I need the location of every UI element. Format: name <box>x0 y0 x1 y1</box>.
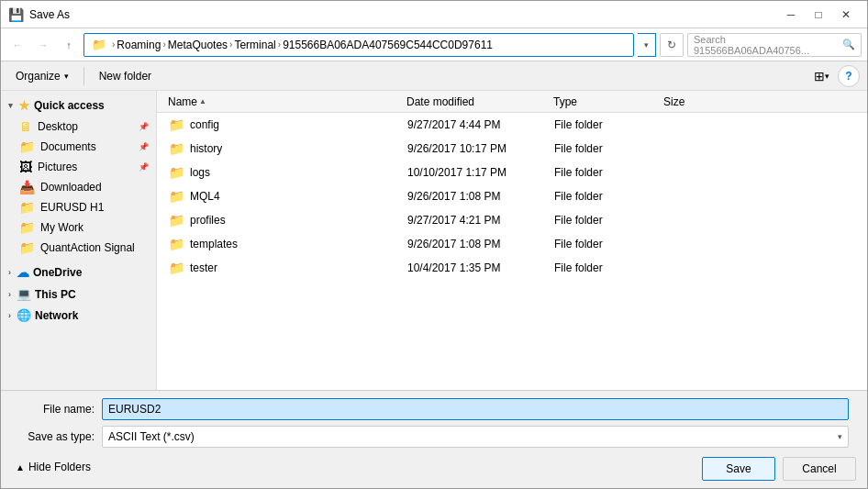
header-size-label: Size <box>663 95 684 108</box>
folder-icon: 📁 <box>169 189 184 204</box>
sidebar-item-desktop-label: Desktop <box>38 120 78 133</box>
file-type-cell: File folder <box>554 238 664 250</box>
table-row[interactable]: 📁 history 9/26/2017 10:17 PM File folder <box>157 137 867 161</box>
header-type-label: Type <box>553 95 577 108</box>
file-date-cell: 9/27/2017 4:44 PM <box>407 118 554 131</box>
close-button[interactable]: ✕ <box>832 6 860 24</box>
header-type[interactable]: Type <box>550 95 660 108</box>
search-icon: 🔍 <box>842 39 855 50</box>
sidebar-item-eurusd-label: EURUSD H1 <box>40 201 104 214</box>
address-bar[interactable]: 📁 › Roaming › MetaQuotes › Terminal › 91… <box>83 33 634 57</box>
onedrive-icon: ☁ <box>17 265 29 280</box>
forward-button[interactable]: → <box>32 34 54 56</box>
minimize-button[interactable]: ─ <box>777 6 805 24</box>
folder-icon: 📁 <box>169 141 184 156</box>
view-button[interactable]: ⊞ ▾ <box>808 65 834 87</box>
sidebar-section-thispc[interactable]: › 💻 This PC <box>1 283 156 305</box>
file-date-cell: 9/26/2017 1:08 PM <box>407 190 554 203</box>
pin-icon-docs: 📌 <box>139 142 149 151</box>
network-chevron-icon: › <box>8 311 11 320</box>
onedrive-label: OneDrive <box>33 266 82 279</box>
search-box[interactable]: Search 915566BA06ADA40756... 🔍 <box>687 33 862 57</box>
table-row[interactable]: 📁 MQL4 9/26/2017 1:08 PM File folder <box>157 184 867 208</box>
eurusd-folder-icon: 📁 <box>19 200 35 215</box>
file-rows-container: 📁 config 9/27/2017 4:44 PM File folder 📁… <box>157 113 867 280</box>
sidebar-item-downloaded-label: Downloaded <box>40 181 102 194</box>
saveastype-select[interactable]: ASCII Text (*.csv) ▾ <box>102 426 849 448</box>
bottom-bar: File name: Save as type: ASCII Text (*.c… <box>1 390 867 488</box>
sidebar-item-downloaded[interactable]: 📥 Downloaded <box>1 177 156 197</box>
header-size[interactable]: Size <box>660 95 733 108</box>
file-type-cell: File folder <box>554 166 664 179</box>
table-row[interactable]: 📁 templates 9/26/2017 1:08 PM File folde… <box>157 232 867 256</box>
new-folder-button[interactable]: New folder <box>92 65 159 87</box>
table-row[interactable]: 📁 tester 10/4/2017 1:35 PM File folder <box>157 256 867 280</box>
thispc-icon: 💻 <box>17 287 31 301</box>
quick-access-label: Quick access <box>34 99 105 112</box>
sidebar-section-quick-access[interactable]: ▾ ★ Quick access <box>1 94 156 117</box>
quantaction-folder-icon: 📁 <box>19 240 35 255</box>
sidebar-section-onedrive[interactable]: › ☁ OneDrive <box>1 261 156 283</box>
sidebar-section-network[interactable]: › 🌐 Network <box>1 305 156 326</box>
file-name-cell: 📁 logs <box>169 165 407 180</box>
thispc-chevron-icon: › <box>8 290 11 299</box>
saveastype-value: ASCII Text (*.csv) <box>108 430 195 443</box>
save-button[interactable]: Save <box>702 457 775 481</box>
documents-folder-icon: 📁 <box>19 139 35 154</box>
file-type-cell: File folder <box>554 261 664 274</box>
maximize-button[interactable]: □ <box>805 6 832 24</box>
pin-icon: 📌 <box>139 122 149 131</box>
sidebar-item-mywork[interactable]: 📁 My Work <box>1 217 156 238</box>
hide-folders-button[interactable]: ▲ Hide Folders <box>12 459 95 475</box>
file-type-cell: File folder <box>554 118 664 131</box>
help-button[interactable]: ? <box>838 65 860 87</box>
breadcrumb-folder: 915566BA06ADA407569C544CC0D97611 <box>283 39 493 51</box>
action-buttons: Save Cancel <box>702 457 856 481</box>
folder-icon: 📁 <box>169 237 184 251</box>
pin-icon-pics: 📌 <box>139 162 149 172</box>
organize-chevron-icon: ▾ <box>64 72 69 81</box>
sidebar-item-pictures[interactable]: 🖼 Pictures 📌 <box>1 157 156 177</box>
refresh-button[interactable]: ↻ <box>660 33 684 57</box>
breadcrumb-terminal: Terminal <box>234 39 275 51</box>
file-date-cell: 10/10/2017 1:17 PM <box>407 166 554 179</box>
view-icon: ⊞ <box>814 69 825 83</box>
title-text: Save As <box>29 8 70 21</box>
sidebar-item-desktop[interactable]: 🖥 Desktop 📌 <box>1 117 156 137</box>
sidebar-item-quantaction[interactable]: 📁 QuantAction Signal <box>1 238 156 258</box>
organize-button[interactable]: Organize ▾ <box>8 65 76 87</box>
quick-access-star-icon: ★ <box>18 98 30 113</box>
hide-folders-chevron-icon: ▲ <box>16 462 25 472</box>
file-name-cell: 📁 MQL4 <box>169 189 407 204</box>
address-dropdown-button[interactable]: ▾ <box>638 33 656 57</box>
downloaded-folder-icon: 📥 <box>19 180 35 194</box>
header-date[interactable]: Date modified <box>403 95 550 108</box>
filename-label: File name: <box>12 403 95 416</box>
network-icon: 🌐 <box>17 308 31 322</box>
table-row[interactable]: 📁 profiles 9/27/2017 4:21 PM File folder <box>157 208 867 232</box>
file-date-cell: 10/4/2017 1:35 PM <box>407 261 554 274</box>
file-name-text: logs <box>190 166 210 179</box>
filename-input[interactable] <box>102 398 849 420</box>
breadcrumb: 📁 › Roaming › MetaQuotes › Terminal › 91… <box>92 38 493 51</box>
title-icon: 💾 <box>8 7 24 22</box>
cancel-button[interactable]: Cancel <box>783 457 856 481</box>
saveastype-row: Save as type: ASCII Text (*.csv) ▾ <box>12 426 856 448</box>
hide-folders-label: Hide Folders <box>28 461 91 473</box>
header-name-label: Name <box>168 95 197 108</box>
up-button[interactable]: ↑ <box>58 34 80 56</box>
saveastype-label: Save as type: <box>12 430 95 443</box>
file-name-cell: 📁 templates <box>169 237 407 251</box>
table-row[interactable]: 📁 config 9/27/2017 4:44 PM File folder <box>157 113 867 137</box>
file-date-cell: 9/26/2017 1:08 PM <box>407 238 554 250</box>
pictures-folder-icon: 🖼 <box>19 160 32 174</box>
breadcrumb-roaming: Roaming <box>117 39 161 51</box>
back-button[interactable]: ← <box>6 34 28 56</box>
table-row[interactable]: 📁 logs 10/10/2017 1:17 PM File folder <box>157 161 867 184</box>
filename-row: File name: <box>12 398 856 420</box>
sidebar-item-eurusd[interactable]: 📁 EURUSD H1 <box>1 197 156 217</box>
file-name-text: config <box>190 118 219 131</box>
sidebar-item-documents[interactable]: 📁 Documents 📌 <box>1 137 156 157</box>
mywork-folder-icon: 📁 <box>19 220 35 235</box>
header-name[interactable]: Name ▲ <box>164 95 403 108</box>
